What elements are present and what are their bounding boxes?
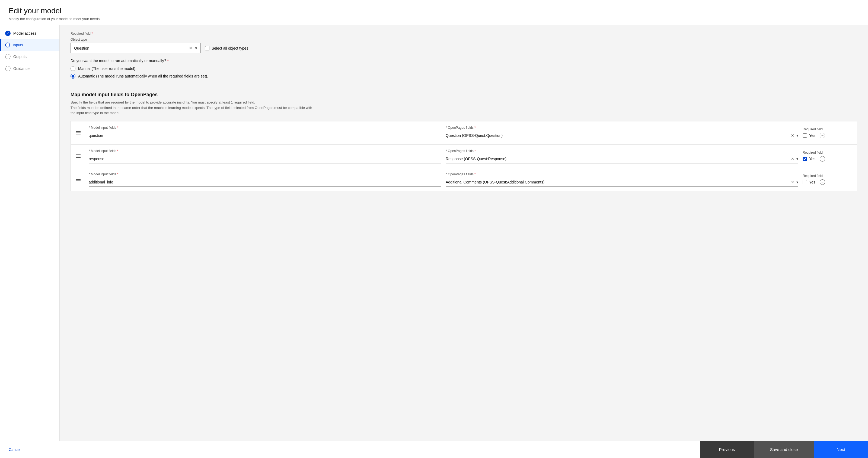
model-input-field-3[interactable] xyxy=(89,178,441,187)
footer-actions: Previous Save and close Next xyxy=(700,441,868,458)
step-icon-model-access: ✓ xyxy=(5,31,10,36)
radio-manual-input[interactable] xyxy=(70,66,75,71)
sidebar-label-inputs: Inputs xyxy=(13,43,23,47)
op-clear-icon-3[interactable]: ✕ xyxy=(791,180,794,184)
sidebar: ✓ Model access Inputs Outputs Guidance xyxy=(0,25,60,440)
radio-manual[interactable]: Manual (The user runs the model). xyxy=(70,66,857,71)
sidebar-label-outputs: Outputs xyxy=(13,55,27,59)
radio-automatic[interactable]: Automatic (The model runs automatically … xyxy=(70,74,857,78)
openpages-dropdown-2[interactable]: Response (OPSS-Quest:Response) ✕ ▾ xyxy=(446,155,798,163)
req-checkbox-2[interactable] xyxy=(803,157,807,161)
required-col-1: Required field Yes − xyxy=(803,127,851,138)
req-checkbox-3[interactable] xyxy=(803,180,807,184)
clear-icon[interactable]: ✕ xyxy=(189,45,192,51)
map-section-desc: Specify the fields that are required by … xyxy=(70,100,315,116)
req-checkbox-1[interactable] xyxy=(803,133,807,138)
col-model-input-header-1: * Model input fields * xyxy=(89,126,441,130)
openpages-value-2: Response (OPSS-Quest:Response) xyxy=(446,157,506,161)
op-controls-1: ✕ ▾ xyxy=(791,133,798,138)
required-col-2: Required field Yes − xyxy=(803,151,851,162)
required-star-2: * xyxy=(167,59,168,63)
table-row: * Model input fields * * OpenPages field… xyxy=(71,145,857,168)
content-area: Required field * Object type Question ✕ … xyxy=(60,25,868,440)
remove-row-3[interactable]: − xyxy=(820,179,825,185)
object-type-row: Question ✕ ▾ Select all object types xyxy=(70,43,857,53)
op-controls-2: ✕ ▾ xyxy=(791,157,798,161)
select-all-checkbox[interactable] xyxy=(205,46,209,51)
page-subtitle: Modify the configuration of your model t… xyxy=(9,17,859,21)
object-type-dropdown[interactable]: Question ✕ ▾ xyxy=(70,43,201,53)
page-title: Edit your model xyxy=(9,6,859,15)
col-openpages-header-2: * OpenPages fields * xyxy=(446,149,798,153)
select-all-label: Select all object types xyxy=(212,46,248,51)
openpages-col-2: * OpenPages fields * Response (OPSS-Ques… xyxy=(446,149,798,163)
required-field-label: Required field * xyxy=(70,32,857,35)
sidebar-item-outputs[interactable]: Outputs xyxy=(0,51,59,63)
radio-automatic-input[interactable] xyxy=(70,74,75,78)
openpages-dropdown-1[interactable]: Question (OPSS-Quest:Question) ✕ ▾ xyxy=(446,131,798,140)
sidebar-label-guidance: Guidance xyxy=(13,66,30,71)
radio-manual-label: Manual (The user runs the model). xyxy=(78,66,136,71)
map-section-title: Map model input fields to OpenPages xyxy=(70,92,857,98)
save-and-close-button[interactable]: Save and close xyxy=(754,441,814,458)
op-chevron-icon-3[interactable]: ▾ xyxy=(796,180,798,184)
drag-handle-3[interactable] xyxy=(76,178,84,181)
op-clear-icon-1[interactable]: ✕ xyxy=(791,133,794,138)
required-col-3: Required field Yes − xyxy=(803,174,851,185)
op-chevron-icon-2[interactable]: ▾ xyxy=(796,157,798,161)
select-all-checkbox-label[interactable]: Select all object types xyxy=(205,46,248,51)
footer-bar: Cancel Previous Save and close Next xyxy=(0,440,868,458)
step-icon-inputs xyxy=(5,42,10,47)
col-openpages-header-1: * OpenPages fields * xyxy=(446,126,798,130)
sidebar-item-inputs[interactable]: Inputs xyxy=(0,39,59,51)
object-type-label: Object type xyxy=(70,38,857,41)
footer-cancel-area: Cancel xyxy=(0,448,700,452)
req-yes-1: Yes xyxy=(809,133,815,138)
previous-button[interactable]: Previous xyxy=(700,441,754,458)
step-icon-outputs xyxy=(5,54,10,59)
step-icon-guidance xyxy=(5,66,10,71)
req-header-2: Required field xyxy=(803,151,851,155)
model-field-col-1: * Model input fields * xyxy=(89,126,441,140)
remove-row-2[interactable]: − xyxy=(820,156,825,162)
required-star-1: * xyxy=(91,32,93,35)
openpages-dropdown-3[interactable]: Additional Comments (OPSS-Quest:Addition… xyxy=(446,178,798,187)
remove-row-1[interactable]: − xyxy=(820,133,825,138)
radio-automatic-label: Automatic (The model runs automatically … xyxy=(78,74,208,78)
run-question: Do you want the model to run automatical… xyxy=(70,59,857,63)
op-clear-icon-2[interactable]: ✕ xyxy=(791,157,794,161)
op-controls-3: ✕ ▾ xyxy=(791,180,798,184)
mapping-table: * Model input fields * * OpenPages field… xyxy=(70,121,857,191)
page-header: Edit your model Modify the configuration… xyxy=(0,0,868,25)
chevron-down-icon[interactable]: ▾ xyxy=(195,45,197,51)
drag-handle-2[interactable] xyxy=(76,155,84,158)
model-input-field-2[interactable] xyxy=(89,155,441,163)
req-yes-3: Yes xyxy=(809,180,815,184)
col-model-input-header-2: * Model input fields * xyxy=(89,149,441,153)
model-field-col-3: * Model input fields * xyxy=(89,172,441,187)
req-header-3: Required field xyxy=(803,174,851,178)
col-openpages-header-3: * OpenPages fields * xyxy=(446,172,798,176)
sidebar-item-guidance[interactable]: Guidance xyxy=(0,63,59,74)
req-row-3: Yes − xyxy=(803,179,851,185)
req-yes-2: Yes xyxy=(809,157,815,161)
object-type-value: Question xyxy=(74,46,89,51)
sidebar-label-model-access: Model access xyxy=(13,31,37,35)
col-model-input-header-3: * Model input fields * xyxy=(89,172,441,176)
req-row-2: Yes − xyxy=(803,156,851,162)
sidebar-item-model-access[interactable]: ✓ Model access xyxy=(0,27,59,39)
dropdown-controls: ✕ ▾ xyxy=(189,45,197,51)
run-mode-radio-group: Manual (The user runs the model). Automa… xyxy=(70,66,857,78)
drag-handle-1[interactable] xyxy=(76,131,84,134)
openpages-col-3: * OpenPages fields * Additional Comments… xyxy=(446,172,798,187)
model-input-field-1[interactable] xyxy=(89,131,441,140)
openpages-value-3: Additional Comments (OPSS-Quest:Addition… xyxy=(446,180,545,184)
next-button[interactable]: Next xyxy=(814,441,868,458)
op-chevron-icon-1[interactable]: ▾ xyxy=(796,133,798,138)
table-row: * Model input fields * * OpenPages field… xyxy=(71,168,857,191)
cancel-button[interactable]: Cancel xyxy=(9,448,21,452)
req-header-1: Required field xyxy=(803,127,851,131)
table-row: * Model input fields * * OpenPages field… xyxy=(71,122,857,145)
object-type-group: Required field * Object type Question ✕ … xyxy=(70,32,857,53)
model-field-col-2: * Model input fields * xyxy=(89,149,441,163)
